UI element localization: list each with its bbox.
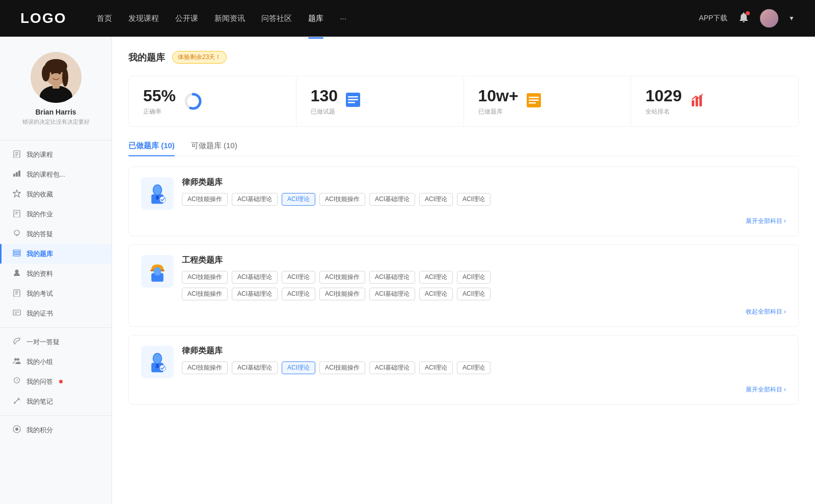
tag-2-5[interactable]: ACI理论 <box>419 361 453 374</box>
tag-0-2[interactable]: ACI理论 <box>282 193 315 206</box>
sidebar-item-1on1[interactable]: 一对一答疑 <box>0 332 112 352</box>
profile-item-label: 我的资料 <box>26 269 53 278</box>
notification-bell[interactable] <box>738 11 750 25</box>
tag-0-1[interactable]: ACI基础理论 <box>232 193 278 206</box>
nav-qbank[interactable]: 题库 <box>308 12 323 25</box>
sidebar-item-profile[interactable]: 我的资料 <box>0 264 112 284</box>
avatar[interactable] <box>760 9 778 27</box>
nav-links: 首页 发现课程 公开课 新闻资讯 问答社区 题库 ··· <box>97 12 678 25</box>
tab-todo[interactable]: 可做题库 (10) <box>191 141 237 156</box>
tag-1-8[interactable]: ACI基础理论 <box>232 288 278 300</box>
sidebar-item-exam[interactable]: 我的考试 <box>0 284 112 303</box>
tag-2-0[interactable]: ACI技能操作 <box>182 361 228 374</box>
tag-0-3[interactable]: ACI技能操作 <box>319 193 365 206</box>
tag-2-4[interactable]: ACI基础理论 <box>369 361 415 374</box>
tags-row-1-1: ACI技能操作ACI基础理论ACI理论ACI技能操作ACI基础理论ACI理论AC… <box>182 288 786 300</box>
tag-1-10[interactable]: ACI技能操作 <box>319 288 365 300</box>
profile-motto: 错误的决定比没有决定要好 <box>10 118 101 126</box>
qbank-type-icon-1 <box>141 255 174 288</box>
svg-point-8 <box>58 72 61 74</box>
nav-news[interactable]: 新闻资讯 <box>214 12 245 25</box>
tag-1-13[interactable]: ACI理论 <box>457 288 491 300</box>
sidebar-item-course-pkg[interactable]: 我的课程包... <box>0 164 112 184</box>
sidebar-item-homework[interactable]: 我的作业 <box>0 204 112 224</box>
logo[interactable]: LOGO <box>20 10 66 26</box>
tag-1-5[interactable]: ACI理论 <box>419 271 453 284</box>
tag-2-2[interactable]: ACI理论 <box>282 361 315 374</box>
tag-1-1[interactable]: ACI基础理论 <box>232 271 278 284</box>
sidebar-item-favorites[interactable]: 我的收藏 <box>0 184 112 204</box>
qbank-expand-2[interactable]: 展开全部科目 › <box>141 385 786 394</box>
favorites-label: 我的收藏 <box>26 190 53 199</box>
notes-icon <box>12 397 21 406</box>
tags-row-2-0: ACI技能操作ACI基础理论ACI理论ACI技能操作ACI基础理论ACI理论AC… <box>182 361 786 374</box>
main-content: 我的题库 体验剩余23天！ 55% 正确率 <box>112 37 815 504</box>
tag-0-6[interactable]: ACI理论 <box>457 193 491 206</box>
profile-icon <box>12 269 21 278</box>
exam-label: 我的考试 <box>26 289 53 298</box>
sidebar-item-courses[interactable]: 我的课程 <box>0 145 112 164</box>
tags-row-0-0: ACI技能操作ACI基础理论ACI理论ACI技能操作ACI基础理论ACI理论AC… <box>182 193 786 206</box>
rank-info: 1029 全站排名 <box>645 87 682 116</box>
svg-rect-53 <box>696 97 698 106</box>
sidebar-item-notes[interactable]: 我的笔记 <box>0 391 112 411</box>
tag-1-4[interactable]: ACI基础理论 <box>369 271 415 284</box>
tag-2-6[interactable]: ACI理论 <box>457 361 491 374</box>
sidebar-item-points[interactable]: 我的积分 <box>0 420 112 440</box>
tag-1-3[interactable]: ACI技能操作 <box>319 271 365 284</box>
nav-qa[interactable]: 问答社区 <box>261 12 292 25</box>
tag-0-5[interactable]: ACI理论 <box>419 193 453 206</box>
tag-0-4[interactable]: ACI基础理论 <box>369 193 415 206</box>
sidebar-item-qa[interactable]: 我的答疑 <box>0 224 112 244</box>
avatar-dropdown-icon[interactable]: ▼ <box>789 15 795 22</box>
tag-1-7[interactable]: ACI技能操作 <box>182 288 228 300</box>
tab-done[interactable]: 已做题库 (10) <box>128 141 175 156</box>
nav-discover[interactable]: 发现课程 <box>128 12 159 25</box>
svg-point-62 <box>153 267 161 276</box>
svg-rect-50 <box>529 100 539 101</box>
sidebar-item-groups[interactable]: 我的小组 <box>0 352 112 372</box>
nav-more[interactable]: ··· <box>340 12 346 25</box>
tag-1-6[interactable]: ACI理论 <box>457 271 491 284</box>
nav-open-course[interactable]: 公开课 <box>175 12 198 25</box>
courses-label: 我的课程 <box>26 150 53 159</box>
svg-rect-13 <box>13 174 15 177</box>
tag-1-0[interactable]: ACI技能操作 <box>182 271 228 284</box>
tag-1-11[interactable]: ACI基础理论 <box>369 288 415 300</box>
navbar: LOGO 首页 发现课程 公开课 新闻资讯 问答社区 题库 ··· APP下载 … <box>0 0 815 37</box>
accuracy-chart <box>183 91 203 111</box>
qbank-content-2: 律师类题库 ACI技能操作ACI基础理论ACI理论ACI技能操作ACI基础理论A… <box>182 346 786 374</box>
qa-icon <box>12 229 21 239</box>
qbank-card-2: 律师类题库 ACI技能操作ACI基础理论ACI理论ACI技能操作ACI基础理论A… <box>128 335 799 405</box>
nav-home[interactable]: 首页 <box>97 12 112 25</box>
tag-1-2[interactable]: ACI理论 <box>282 271 315 284</box>
sidebar: Brian Harris 错误的决定比没有决定要好 我的课程 我的课程包... … <box>0 37 112 504</box>
sidebar-item-qbank[interactable]: 我的题库 <box>0 244 112 264</box>
page-header: 我的题库 体验剩余23天！ <box>128 51 799 64</box>
tabs-row: 已做题库 (10) 可做题库 (10) <box>128 141 799 156</box>
app-download-link[interactable]: APP下载 <box>699 14 727 23</box>
courses-icon <box>12 150 21 159</box>
tag-2-1[interactable]: ACI基础理论 <box>232 361 278 374</box>
tag-1-9[interactable]: ACI理论 <box>282 288 315 300</box>
qbank-title-1: 工程类题库 <box>182 255 786 266</box>
tag-0-0[interactable]: ACI技能操作 <box>182 193 228 206</box>
avatar-image <box>760 9 778 27</box>
svg-point-41 <box>15 428 18 431</box>
svg-rect-27 <box>14 290 20 297</box>
svg-rect-52 <box>692 100 694 106</box>
svg-rect-24 <box>13 253 20 254</box>
tags-row-1-0: ACI技能操作ACI基础理论ACI理论ACI技能操作ACI基础理论ACI理论AC… <box>182 271 786 284</box>
qbank-card-0: 律师类题库 ACI技能操作ACI基础理论ACI理论ACI技能操作ACI基础理论A… <box>128 166 799 236</box>
qbank-expand-0[interactable]: 展开全部科目 › <box>141 217 786 226</box>
sidebar-item-questions[interactable]: ? 我的问答 <box>0 372 112 391</box>
qbank-header-0: 律师类题库 ACI技能操作ACI基础理论ACI理论ACI技能操作ACI基础理论A… <box>141 177 786 210</box>
notes-label: 我的笔记 <box>26 397 53 406</box>
sidebar-item-certificate[interactable]: 我的证书 <box>0 303 112 323</box>
qbank-header-1: 工程类题库 ACI技能操作ACI基础理论ACI理论ACI技能操作ACI基础理论A… <box>141 255 786 300</box>
questions-dot <box>59 380 63 383</box>
qbank-expand-1[interactable]: 收起全部科目 › <box>141 307 786 316</box>
profile-avatar <box>31 52 82 103</box>
tag-1-12[interactable]: ACI理论 <box>419 288 453 300</box>
tag-2-3[interactable]: ACI技能操作 <box>319 361 365 374</box>
